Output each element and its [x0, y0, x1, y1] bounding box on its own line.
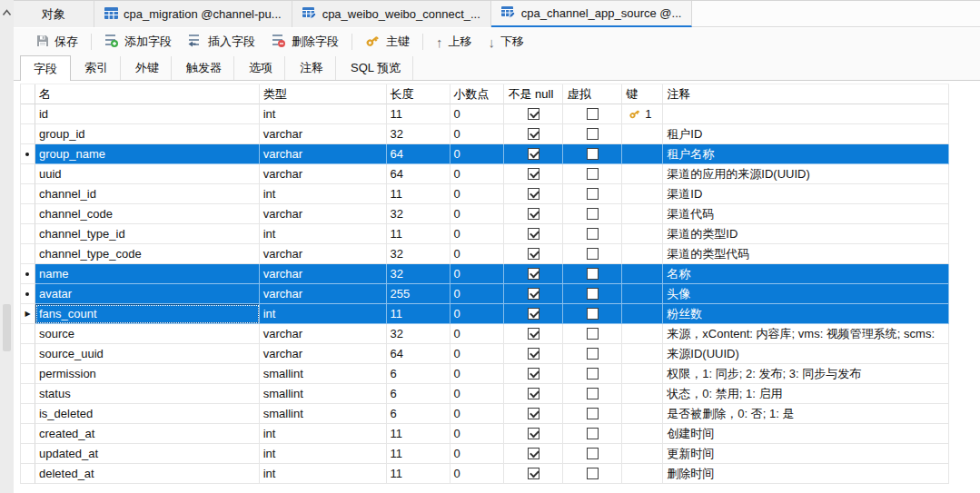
length-cell[interactable]: 11 — [387, 184, 450, 204]
comment-cell[interactable]: 来源，xContent: 内容库; vms: 视频管理系统; scms: — [663, 324, 949, 344]
comment-cell[interactable]: 名称 — [663, 264, 949, 284]
decimals-cell[interactable]: 0 — [450, 424, 505, 444]
virtual-cell[interactable] — [563, 364, 622, 384]
comment-cell[interactable]: 租户ID — [663, 124, 949, 144]
not-null-cell[interactable] — [504, 324, 563, 344]
length-cell[interactable]: 11 — [387, 424, 450, 444]
virtual-cell[interactable] — [563, 124, 622, 144]
type-cell[interactable]: smallint — [260, 384, 387, 404]
virtual-checkbox[interactable] — [587, 408, 599, 419]
comment-cell[interactable]: 渠道的应用的来源ID(UUID) — [663, 164, 949, 184]
not-null-cell[interactable] — [504, 144, 563, 164]
decimals-cell[interactable]: 0 — [450, 164, 505, 184]
not-null-checkbox[interactable] — [528, 288, 539, 300]
row-selector[interactable] — [21, 124, 35, 144]
tab-objects[interactable]: 对象 — [14, 1, 94, 27]
comment-cell[interactable]: 更新时间 — [663, 444, 949, 464]
virtual-cell[interactable] — [563, 304, 622, 324]
not-null-checkbox[interactable] — [528, 448, 539, 459]
virtual-checkbox[interactable] — [587, 368, 599, 380]
key-cell[interactable] — [622, 364, 663, 384]
tab-indexes[interactable]: 索引 — [71, 55, 122, 80]
virtual-cell[interactable] — [563, 184, 622, 204]
not-null-cell[interactable] — [504, 464, 563, 484]
comment-cell[interactable]: 权限，1: 同步; 2: 发布; 3: 同步与发布 — [663, 364, 949, 384]
column-header-comment[interactable]: 注释 — [663, 84, 949, 104]
length-cell[interactable]: 6 — [387, 404, 450, 424]
row-selector[interactable] — [21, 244, 35, 264]
not-null-cell[interactable] — [504, 344, 563, 364]
virtual-checkbox[interactable] — [587, 468, 599, 479]
virtual-checkbox[interactable] — [587, 428, 599, 439]
row-selector[interactable] — [21, 464, 35, 484]
virtual-checkbox[interactable] — [587, 228, 599, 240]
comment-cell[interactable]: 是否被删除，0: 否; 1: 是 — [663, 404, 949, 424]
type-cell[interactable]: varchar — [260, 344, 387, 364]
length-cell[interactable]: 6 — [387, 384, 450, 404]
key-cell[interactable] — [622, 424, 663, 444]
key-cell[interactable]: 1 — [622, 104, 663, 124]
column-header-not-null[interactable]: 不是 null — [504, 84, 563, 104]
virtual-checkbox[interactable] — [587, 288, 599, 300]
length-cell[interactable]: 32 — [387, 264, 450, 284]
field-name-cell[interactable]: permission — [35, 364, 260, 384]
row-selector[interactable] — [21, 164, 35, 184]
virtual-cell[interactable] — [563, 104, 622, 124]
not-null-checkbox[interactable] — [528, 268, 539, 280]
not-null-checkbox[interactable] — [528, 308, 539, 320]
virtual-checkbox[interactable] — [587, 148, 599, 160]
type-cell[interactable]: smallint — [260, 364, 387, 384]
type-cell[interactable]: int — [260, 424, 387, 444]
not-null-cell[interactable] — [504, 164, 563, 184]
not-null-cell[interactable] — [504, 184, 563, 204]
key-cell[interactable] — [622, 224, 663, 244]
comment-cell[interactable]: 渠道的类型代码 — [663, 244, 949, 264]
move-down-button[interactable]: ↓ 下移 — [480, 31, 533, 53]
type-cell[interactable]: int — [260, 304, 387, 324]
length-cell[interactable]: 11 — [387, 304, 450, 324]
tab-sql-preview[interactable]: SQL 预览 — [337, 55, 414, 80]
virtual-cell[interactable] — [563, 144, 622, 164]
type-cell[interactable]: varchar — [260, 144, 387, 164]
not-null-checkbox[interactable] — [528, 128, 539, 140]
field-name-cell[interactable]: deleted_at — [35, 464, 260, 484]
comment-cell[interactable]: 租户名称 — [663, 144, 949, 164]
length-cell[interactable]: 32 — [387, 124, 450, 144]
field-name-cell[interactable]: group_id — [35, 124, 260, 144]
virtual-checkbox[interactable] — [587, 328, 599, 340]
not-null-checkbox[interactable] — [528, 228, 539, 240]
type-cell[interactable]: varchar — [260, 264, 387, 284]
virtual-cell[interactable] — [563, 424, 622, 444]
not-null-checkbox[interactable] — [528, 468, 539, 479]
tab-cpa-migration[interactable]: cpa_migration @channel-pu... — [94, 1, 292, 27]
virtual-cell[interactable] — [563, 264, 622, 284]
key-cell[interactable] — [622, 404, 663, 424]
virtual-checkbox[interactable] — [587, 308, 599, 320]
field-name-cell[interactable]: uuid — [35, 164, 260, 184]
virtual-checkbox[interactable] — [587, 188, 599, 200]
row-selector[interactable] — [21, 324, 35, 344]
tab-cpa-weibo-connect[interactable]: cpa_weibo_weibo_connect_... — [292, 1, 491, 27]
decimals-cell[interactable]: 0 — [450, 144, 505, 164]
decimals-cell[interactable]: 0 — [450, 284, 505, 304]
column-header-decimals[interactable]: 小数点 — [450, 84, 505, 104]
decimals-cell[interactable]: 0 — [450, 344, 505, 364]
move-up-button[interactable]: ↑ 上移 — [428, 31, 480, 53]
virtual-cell[interactable] — [563, 464, 622, 484]
key-cell[interactable] — [622, 204, 663, 224]
field-name-cell[interactable]: created_at — [35, 424, 260, 444]
key-cell[interactable] — [622, 324, 663, 344]
field-name-cell[interactable]: updated_at — [35, 444, 260, 464]
decimals-cell[interactable]: 0 — [450, 204, 505, 224]
comment-cell[interactable]: 粉丝数 — [663, 304, 949, 324]
decimals-cell[interactable]: 0 — [450, 384, 505, 404]
type-cell[interactable]: int — [260, 104, 387, 124]
not-null-cell[interactable] — [504, 304, 563, 324]
decimals-cell[interactable]: 0 — [450, 404, 505, 424]
column-header-name[interactable]: 名 — [35, 84, 260, 104]
not-null-cell[interactable] — [504, 264, 563, 284]
type-cell[interactable]: varchar — [260, 124, 387, 144]
key-cell[interactable] — [622, 244, 663, 264]
key-cell[interactable] — [622, 264, 663, 284]
collapse-chevron-icon[interactable] — [2, 5, 12, 19]
